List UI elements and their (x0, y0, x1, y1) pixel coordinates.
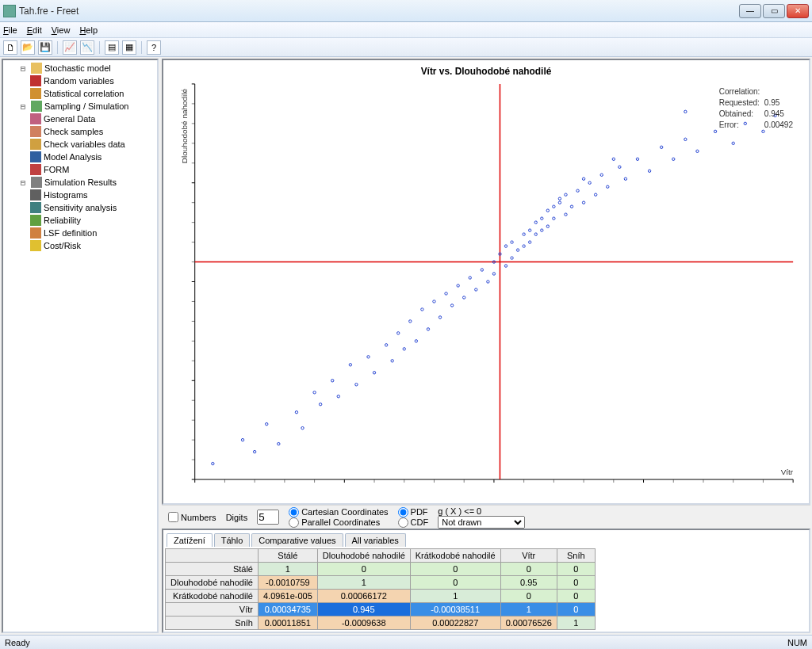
menu-view[interactable]: View (52, 25, 71, 35)
bars2-icon[interactable]: ▦ (122, 40, 136, 55)
matrix-cell[interactable]: 4.0961e-005 (258, 590, 317, 603)
svg-point-89 (516, 249, 519, 251)
matrix-cell[interactable]: 0 (557, 590, 595, 603)
matrix-cell[interactable]: 1 (410, 590, 500, 603)
tree-form[interactable]: FORM (5, 163, 155, 176)
svg-point-58 (331, 380, 334, 382)
statusbar: Ready NUM (0, 635, 812, 649)
matrix-cell[interactable]: 0.00022827 (410, 617, 500, 630)
matrix-cell[interactable]: 0 (557, 576, 595, 590)
tab-allvars[interactable]: All variables (345, 533, 406, 547)
save-icon[interactable]: 💾 (38, 40, 52, 55)
run2-icon[interactable]: 📉 (80, 40, 94, 55)
close-button[interactable]: ✕ (787, 4, 809, 18)
tree-stochastic-model[interactable]: ⊟Stochastic model (5, 62, 155, 74)
svg-point-67 (403, 348, 405, 350)
svg-point-95 (534, 233, 537, 235)
matrix-cell[interactable]: 0.00066172 (317, 590, 410, 603)
row-header[interactable]: Vítr (166, 603, 259, 617)
tab-tahlo[interactable]: Táhlo (214, 533, 251, 547)
col-header[interactable]: Stálé (258, 549, 317, 563)
tree-check-samples[interactable]: Check samples (5, 125, 155, 138)
notdrawn-select[interactable]: Not drawn (438, 516, 525, 529)
help-icon[interactable]: ? (147, 40, 161, 55)
run1-icon[interactable]: 📈 (63, 40, 77, 55)
matrix-cell[interactable]: 0 (500, 563, 557, 576)
col-header[interactable]: Vítr (500, 549, 557, 563)
menu-help[interactable]: Help (79, 25, 98, 35)
matrix-cell[interactable]: 1 (317, 576, 410, 590)
matrix-cell[interactable]: 1 (557, 617, 595, 630)
svg-point-117 (672, 158, 675, 160)
matrix-cell[interactable]: -0.00038511 (410, 603, 500, 617)
matrix-cell[interactable]: 0 (557, 603, 595, 617)
svg-point-118 (684, 138, 687, 140)
correlation-table[interactable]: StáléDlouhodobé nahodiléKrátkodobé nahod… (165, 548, 596, 630)
row-header[interactable]: Dlouhodobé nahodilé (166, 576, 259, 590)
open-icon[interactable]: 📂 (21, 40, 35, 55)
matrix-cell[interactable]: 0 (317, 563, 410, 576)
matrix-cell[interactable]: 0 (557, 563, 595, 576)
svg-point-73 (439, 316, 441, 319)
svg-point-70 (421, 308, 423, 311)
tree-sensitivity-analysis[interactable]: Sensitivity analysis (5, 201, 155, 214)
matrix-cell[interactable]: 1 (500, 603, 557, 617)
maximize-button[interactable]: ▭ (763, 4, 785, 18)
scatter-chart[interactable]: Vítr vs. Dlouhodobé nahodiléVítrDlouhodo… (162, 59, 810, 505)
matrix-cell[interactable]: 0 (500, 590, 557, 603)
svg-point-60 (349, 364, 351, 366)
matrix-cell[interactable]: -0.0009638 (317, 617, 410, 630)
tree-simulation-results[interactable]: ⊟Simulation Results (5, 176, 155, 189)
tree-reliability[interactable]: Reliability (5, 214, 155, 227)
tree-statistical-correlation[interactable]: Statistical correlation (5, 87, 155, 100)
matrix-cell[interactable]: 0 (410, 576, 500, 590)
tree-model-analysis[interactable]: Model Analysis (5, 151, 155, 163)
tree-general-data[interactable]: General Data (5, 113, 155, 125)
matrix-cell[interactable]: 0.00076526 (500, 617, 557, 630)
digits-stepper[interactable] (257, 510, 279, 525)
svg-point-71 (427, 328, 429, 330)
minimize-button[interactable]: — (739, 4, 761, 18)
col-header[interactable]: Dlouhodobé nahodilé (317, 549, 410, 563)
svg-point-111 (607, 185, 609, 188)
row-header[interactable]: Stálé (166, 563, 259, 576)
tree-histograms[interactable]: Histograms (5, 189, 155, 201)
matrix-cell[interactable]: 0.00034735 (258, 603, 317, 617)
svg-point-107 (582, 201, 584, 204)
menu-file[interactable]: File (3, 25, 17, 35)
tree-lsf-definition[interactable]: LSF definition (5, 227, 155, 239)
bars1-icon[interactable]: ▤ (105, 40, 119, 55)
svg-point-103 (565, 213, 567, 216)
svg-point-99 (546, 225, 549, 227)
parallel-radio[interactable]: Parallel Coordinates (289, 517, 388, 528)
svg-point-72 (433, 300, 435, 303)
svg-point-76 (457, 284, 459, 287)
cartesian-radio[interactable]: Cartesian Coordinates (289, 507, 388, 517)
svg-point-87 (511, 257, 513, 259)
col-header[interactable]: Krátkodobé nahodilé (410, 549, 500, 563)
tree-cost-risk[interactable]: Cost/Risk (5, 239, 155, 252)
tab-comparative[interactable]: Comparative values (251, 533, 343, 547)
matrix-cell[interactable]: 0.945 (317, 603, 410, 617)
toolbar: 🗋 📂 💾 📈 📉 ▤ ▦ ? (0, 38, 812, 57)
new-icon[interactable]: 🗋 (3, 40, 17, 55)
matrix-cell[interactable]: 0.00011851 (258, 617, 317, 630)
tree-random-variables[interactable]: Random variables (5, 74, 155, 87)
numbers-checkbox[interactable]: Numbers (168, 512, 216, 522)
svg-point-50 (241, 438, 243, 441)
cdf-radio[interactable]: CDF (398, 517, 429, 528)
matrix-cell[interactable]: 1 (258, 563, 317, 576)
matrix-cell[interactable]: -0.0010759 (258, 576, 317, 590)
svg-point-88 (511, 241, 513, 243)
menu-edit[interactable]: Edit (27, 25, 42, 35)
row-header[interactable]: Sníh (166, 617, 259, 630)
matrix-cell[interactable]: 0 (410, 563, 500, 576)
col-header[interactable]: Sníh (557, 549, 595, 563)
pdf-radio[interactable]: PDF (398, 507, 429, 517)
tree-sampling-simulation[interactable]: ⊟Sampling / Simulation (5, 100, 155, 113)
tab-zatizeni[interactable]: Zatížení (167, 533, 213, 547)
tree-check-variables-data[interactable]: Check variables data (5, 138, 155, 151)
matrix-cell[interactable]: 0.95 (500, 576, 557, 590)
svg-point-51 (253, 450, 255, 452)
row-header[interactable]: Krátkodobé nahodilé (166, 590, 259, 603)
